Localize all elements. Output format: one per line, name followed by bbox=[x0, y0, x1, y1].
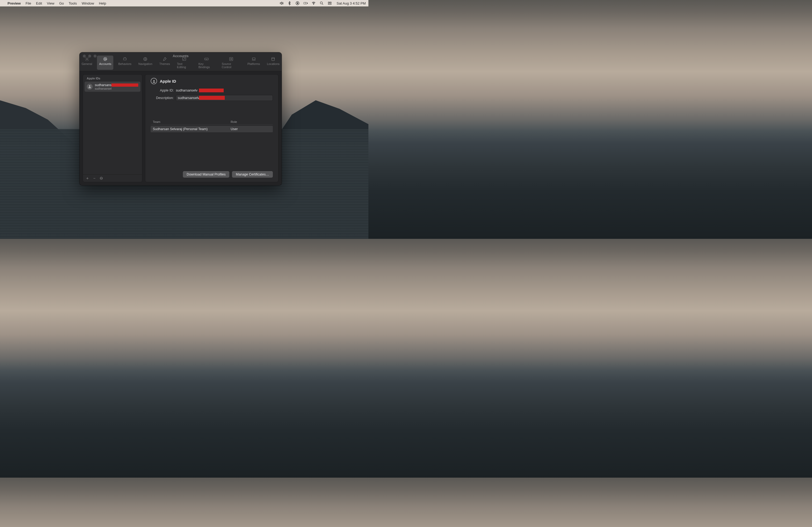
svg-point-8 bbox=[86, 59, 88, 60]
menu-tools[interactable]: Tools bbox=[69, 1, 77, 5]
preferences-window: Accounts General Accounts Behaviors Navi… bbox=[79, 52, 282, 185]
svg-point-9 bbox=[104, 58, 106, 60]
svg-rect-5 bbox=[328, 2, 330, 3]
svg-point-3 bbox=[313, 4, 314, 4]
tab-text-editing[interactable]: Text Editing bbox=[175, 56, 193, 70]
tab-locations[interactable]: Locations bbox=[265, 56, 282, 70]
keyboard-icon bbox=[204, 57, 209, 61]
account-detail-pane: Apple ID Apple ID: sudharsanselv Descrip… bbox=[145, 74, 278, 182]
sidebar-footer: ＋ － ⊖ bbox=[83, 175, 142, 182]
account-subtitle: sudharsansel bbox=[95, 87, 138, 90]
svg-point-16 bbox=[272, 57, 275, 59]
menu-edit[interactable]: Edit bbox=[36, 1, 42, 5]
paintbrush-icon bbox=[162, 57, 168, 61]
svg-point-17 bbox=[89, 85, 90, 87]
svg-rect-6 bbox=[330, 2, 331, 3]
teams-table: Team Role Sudharsan Selvaraj (Personal T… bbox=[151, 119, 273, 132]
behaviors-icon bbox=[122, 57, 128, 61]
tab-key-bindings[interactable]: Key Bindings bbox=[196, 56, 217, 70]
team-role: User bbox=[231, 127, 238, 131]
at-icon bbox=[102, 57, 108, 61]
tab-label: Navigation bbox=[138, 62, 152, 65]
tab-source-control[interactable]: Source Control bbox=[220, 56, 243, 70]
tab-label: Accounts bbox=[99, 62, 111, 65]
accounts-sidebar: Apple IDs sudharsans sudharsansel ＋ － ⊖ bbox=[83, 74, 142, 182]
gear-icon bbox=[84, 57, 90, 61]
menu-file[interactable]: File bbox=[26, 1, 31, 5]
teams-header-team: Team bbox=[153, 120, 231, 123]
menubar-clock[interactable]: Sat Aug 3 4:52 PM bbox=[337, 1, 366, 5]
manage-certificates-button[interactable]: Manage Certificates… bbox=[232, 171, 273, 178]
tab-themes[interactable]: Themes bbox=[157, 56, 172, 70]
menubar: Preview File Edit View Go Tools Window H… bbox=[0, 0, 368, 6]
table-row[interactable]: Sudharsan Selvaraj (Personal Team) User bbox=[151, 126, 273, 132]
svg-rect-13 bbox=[205, 58, 209, 60]
tab-label: Behaviors bbox=[118, 62, 131, 65]
redaction-box bbox=[199, 89, 224, 92]
menu-view[interactable]: View bbox=[47, 1, 55, 5]
svg-rect-7 bbox=[328, 3, 331, 4]
source-control-icon bbox=[228, 57, 234, 61]
svg-rect-15 bbox=[252, 58, 255, 60]
app-menu[interactable]: Preview bbox=[8, 1, 21, 5]
account-action-button[interactable]: ⊖ bbox=[99, 176, 103, 181]
tab-platforms[interactable]: Platforms bbox=[245, 56, 262, 70]
tab-label: Themes bbox=[159, 62, 170, 65]
preferences-toolbar: General Accounts Behaviors Navigation Th… bbox=[79, 56, 282, 70]
menu-help[interactable]: Help bbox=[99, 1, 106, 5]
tab-label: General bbox=[82, 62, 92, 65]
person-icon bbox=[87, 84, 93, 90]
platforms-icon bbox=[251, 57, 257, 61]
svg-rect-10 bbox=[124, 58, 127, 60]
now-playing-icon[interactable] bbox=[295, 1, 300, 5]
person-icon bbox=[151, 78, 157, 84]
tab-general[interactable]: General bbox=[79, 56, 94, 70]
redaction-box bbox=[112, 84, 138, 87]
battery-icon[interactable] bbox=[303, 1, 308, 5]
tab-label: Key Bindings bbox=[199, 62, 215, 69]
add-account-button[interactable]: ＋ bbox=[85, 176, 89, 181]
navigation-icon bbox=[142, 57, 148, 61]
apple-id-row: Apple ID: sudharsanselv bbox=[151, 88, 273, 93]
tab-label: Text Editing bbox=[177, 62, 191, 69]
tab-accounts[interactable]: Accounts bbox=[97, 56, 113, 70]
account-row[interactable]: sudharsans sudharsansel bbox=[85, 81, 141, 92]
redaction-box bbox=[199, 96, 225, 100]
window-titlebar: Accounts General Accounts Behaviors Navi… bbox=[79, 52, 282, 71]
disk-icon bbox=[270, 57, 276, 61]
spotlight-icon[interactable] bbox=[320, 1, 324, 5]
sidebar-header: Apple IDs bbox=[83, 75, 142, 81]
wifi-icon[interactable] bbox=[311, 1, 316, 5]
download-profiles-button[interactable]: Download Manual Profiles bbox=[183, 171, 229, 178]
description-row: Description: bbox=[151, 95, 273, 101]
description-label: Description: bbox=[151, 96, 174, 100]
tab-label: Platforms bbox=[247, 62, 260, 65]
remove-account-button[interactable]: － bbox=[92, 176, 97, 181]
tab-navigation[interactable]: Navigation bbox=[136, 56, 155, 70]
bluetooth-icon[interactable] bbox=[287, 1, 292, 5]
apple-id-label: Apple ID: bbox=[151, 89, 174, 92]
svg-point-4 bbox=[320, 2, 322, 4]
teams-header-role: Role bbox=[231, 120, 237, 123]
menu-go[interactable]: Go bbox=[59, 1, 64, 5]
text-editing-icon bbox=[181, 57, 187, 61]
tab-label: Source Control bbox=[222, 62, 241, 69]
tab-label: Locations bbox=[267, 62, 279, 65]
control-center-icon[interactable] bbox=[328, 1, 332, 5]
volume-icon[interactable] bbox=[279, 1, 284, 5]
team-name: Sudharsan Selvaraj (Personal Team) bbox=[153, 127, 231, 131]
svg-point-18 bbox=[153, 80, 155, 81]
apple-id-value: sudharsanselv bbox=[176, 88, 198, 93]
tab-behaviors[interactable]: Behaviors bbox=[116, 56, 133, 70]
detail-title: Apple ID bbox=[160, 79, 176, 84]
menu-window[interactable]: Window bbox=[82, 1, 94, 5]
